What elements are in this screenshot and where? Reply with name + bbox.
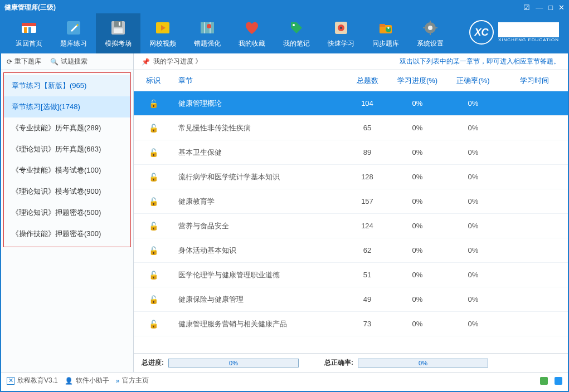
- svg-rect-10: [201, 22, 214, 33]
- col-chapter: 章节: [173, 76, 345, 86]
- table-row[interactable]: 🔓 常见慢性非传染性疾病 65 0% 0%: [134, 116, 568, 140]
- toolbar-notes[interactable]: 我的笔记: [274, 13, 319, 53]
- progress-cell: 0%: [390, 148, 445, 156]
- chapter-cell: 健康保险与健康管理: [173, 295, 345, 305]
- play-icon: [154, 19, 172, 37]
- svg-rect-23: [423, 27, 426, 28]
- toolbar-label: 错题强化: [194, 39, 221, 48]
- svg-rect-2: [24, 27, 27, 33]
- reload-button[interactable]: ⟳ 重下题库: [7, 57, 41, 66]
- accuracy-cell: 0%: [445, 148, 501, 156]
- toolbar-quick[interactable]: 快速学习: [319, 13, 363, 53]
- sidebar-item[interactable]: 《操作技能》押题密卷(300): [4, 223, 130, 244]
- sidebar-item[interactable]: 章节练习[选做](1748): [4, 96, 130, 117]
- chapter-cell: 营养与食品安全: [173, 221, 345, 231]
- progress-cell: 0%: [390, 320, 445, 328]
- pin-icon: 📌: [142, 58, 150, 66]
- status-helper[interactable]: 👤软件小助手: [65, 376, 109, 385]
- col-mark: 标识: [134, 76, 173, 86]
- minimize-button[interactable]: —: [536, 3, 543, 12]
- table-row[interactable]: 🔓 健康保险与健康管理 49 0% 0%: [134, 287, 568, 312]
- toolbar-label: 系统设置: [417, 39, 444, 48]
- lock-icon: 🔓: [134, 246, 173, 255]
- svg-rect-8: [114, 28, 123, 33]
- table-row[interactable]: 🔓 流行病学和医学统计学基本知识 128 0% 0%: [134, 165, 568, 189]
- lock-icon: 🔓: [134, 124, 173, 133]
- progress-cell: 0%: [390, 295, 445, 303]
- table-row[interactable]: 🔓 健康管理服务营销与相关健康产品 73 0% 0%: [134, 312, 568, 336]
- table-row[interactable]: 🔓 医学伦理学与健康管理职业道德 51 0% 0%: [134, 263, 568, 287]
- total-cell: 89: [345, 148, 390, 156]
- sidebar-top: ⟳ 重下题库 🔍 试题搜索: [1, 53, 133, 70]
- main-panel: 📌 我的学习进度 》 双击以下列表中的某一章节，即可进入相应章节答题。 标识 章…: [134, 53, 568, 372]
- table-row[interactable]: 🔓 身体活动基本知识 62 0% 0%: [134, 238, 568, 263]
- progress-cell: 0%: [390, 246, 445, 254]
- table-row[interactable]: 🔓 健康教育学 157 0% 0%: [134, 189, 568, 214]
- progress-cell: 0%: [390, 197, 445, 205]
- chapter-cell: 健康管理概论: [173, 99, 345, 109]
- status-app[interactable]: ✕欣程教育V3.1: [7, 376, 58, 385]
- toolbar-label: 模拟考场: [105, 39, 132, 48]
- sync-icon[interactable]: [555, 377, 562, 385]
- maximize-button[interactable]: □: [548, 3, 553, 12]
- sidebar-item[interactable]: 《理论知识》模考试卷(900): [4, 181, 130, 202]
- brand-logo: XC: [469, 20, 494, 45]
- total-cell: 73: [345, 320, 390, 328]
- svg-point-15: [340, 27, 342, 29]
- accuracy-cell: 0%: [445, 124, 501, 132]
- svg-rect-17: [380, 24, 385, 27]
- toolbar-label: 同步题库: [372, 39, 399, 48]
- map-icon: [198, 19, 216, 37]
- stats-icon[interactable]: [540, 377, 548, 385]
- accuracy-cell: 0%: [445, 197, 501, 205]
- toolbar-video[interactable]: 网校视频: [140, 13, 185, 53]
- content-area: ⟳ 重下题库 🔍 试题搜索 章节练习【新版】(965) 章节练习[选做](174…: [1, 53, 568, 372]
- accuracy-cell: 0%: [445, 99, 501, 107]
- progress-cell: 0%: [390, 271, 445, 279]
- total-progress-bar: 0%: [168, 359, 299, 367]
- toolbar-practice[interactable]: 题库练习: [51, 13, 96, 53]
- chapter-cell: 医学伦理学与健康管理职业道德: [173, 270, 345, 280]
- svg-rect-1: [22, 23, 36, 26]
- heart-icon: [243, 19, 261, 37]
- main-top-bar: 📌 我的学习进度 》 双击以下列表中的某一章节，即可进入相应章节答题。: [134, 53, 568, 70]
- chapter-cell: 常见慢性非传染性疾病: [173, 123, 345, 133]
- col-progress: 学习进度(%): [390, 76, 445, 86]
- window-buttons: ☑ — □ ✕: [523, 3, 565, 12]
- sidebar: ⟳ 重下题库 🔍 试题搜索 章节练习【新版】(965) 章节练习[选做](174…: [1, 53, 134, 372]
- lock-icon: 🔓: [134, 148, 173, 157]
- sidebar-item[interactable]: 章节练习【新版】(965): [4, 75, 130, 96]
- toolbar-label: 网校视频: [149, 39, 176, 48]
- sidebar-item[interactable]: 《理论知识》押题密卷(500): [4, 202, 130, 223]
- toolbar-settings[interactable]: 系统设置: [408, 13, 453, 53]
- svg-rect-21: [430, 21, 431, 23]
- total-cell: 65: [345, 124, 390, 132]
- progress-cell: 0%: [390, 222, 445, 230]
- pin-button[interactable]: ☑: [523, 3, 530, 12]
- toolbar-home[interactable]: 返回首页: [7, 13, 51, 53]
- close-button[interactable]: ✕: [558, 3, 565, 12]
- sidebar-item[interactable]: 《专业技能》模考试卷(100): [4, 160, 130, 181]
- sidebar-item[interactable]: 《理论知识》历年真题(683): [4, 139, 130, 160]
- toolbar-exam[interactable]: 模拟考场: [96, 13, 140, 53]
- toolbar-wrong[interactable]: 错题强化: [185, 13, 230, 53]
- total-accuracy-bar: 0%: [358, 359, 488, 367]
- toolbar-favorite[interactable]: 我的收藏: [230, 13, 274, 53]
- lock-icon: 🔓: [134, 271, 173, 280]
- title-bar: 健康管理师(三级) ☑ — □ ✕: [1, 1, 568, 13]
- table-row[interactable]: 🔓 健康管理概论 104 0% 0%: [134, 91, 568, 116]
- lock-icon: 🔓: [134, 320, 173, 329]
- col-time: 学习时间: [501, 76, 568, 86]
- hint-text: 双击以下列表中的某一章节，即可进入相应章节答题。: [400, 57, 560, 66]
- col-total: 总题数: [345, 76, 390, 86]
- progress-link[interactable]: 我的学习进度 》: [153, 57, 202, 66]
- table-row[interactable]: 🔓 营养与食品安全 124 0% 0%: [134, 214, 568, 238]
- toolbar-sync[interactable]: 同步题库: [363, 13, 408, 53]
- pencil-icon: [65, 19, 82, 37]
- search-button[interactable]: 🔍 试题搜索: [50, 57, 87, 66]
- status-home[interactable]: »官方主页: [116, 376, 149, 385]
- window-title: 健康管理师(三级): [4, 3, 523, 12]
- sidebar-item[interactable]: 《专业技能》历年真题(289): [4, 117, 130, 139]
- total-cell: 62: [345, 246, 390, 254]
- table-row[interactable]: 🔓 基本卫生保健 89 0% 0%: [134, 140, 568, 165]
